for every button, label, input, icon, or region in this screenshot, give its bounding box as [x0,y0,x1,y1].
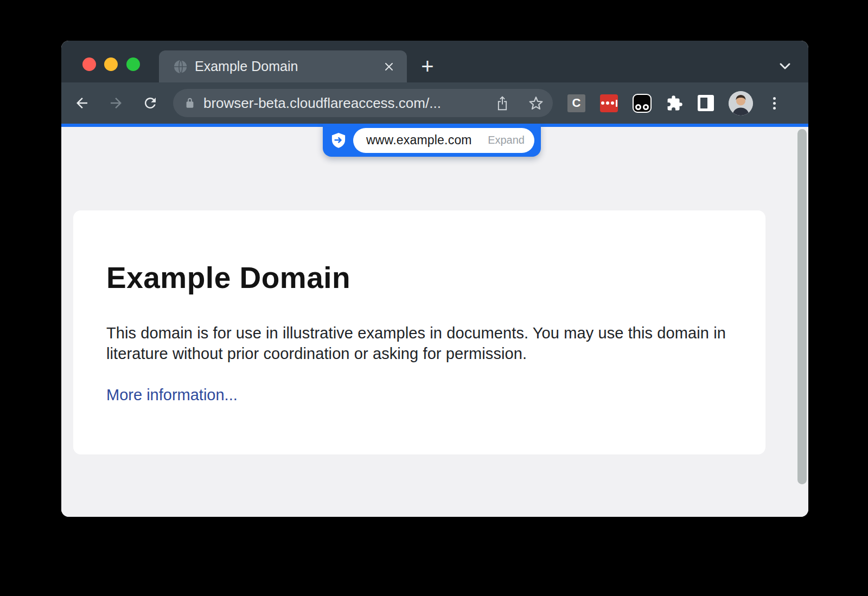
isolation-site-url: www.example.com [366,133,472,148]
black-circles-extension-icon[interactable] [633,94,652,113]
tab-close-icon[interactable] [382,60,396,74]
page-heading: Example Domain [106,260,732,296]
isolation-site-field[interactable]: www.example.com Expand [353,128,534,153]
new-tab-button[interactable]: + [415,53,440,80]
chevron-down-icon[interactable] [777,61,793,72]
browser-menu-icon[interactable] [769,94,780,112]
tab-example-domain[interactable]: Example Domain [159,50,407,82]
example-domain-card: Example Domain This domain is for use in… [73,210,765,454]
lock-icon[interactable] [184,97,196,110]
url-text: browser-beta.cloudflareaccess.com/... [203,95,494,112]
extensions-row: C [567,91,780,116]
isolation-url-pill: www.example.com Expand [323,124,541,157]
bookmark-star-icon[interactable] [528,95,544,111]
lastpass-extension-icon[interactable] [600,94,618,112]
zoom-window-button[interactable] [126,57,140,71]
shield-arrow-icon [331,132,346,149]
side-panel-icon[interactable] [698,95,714,111]
scrollbar-thumb[interactable] [797,129,807,484]
navigation-toolbar: browser-beta.cloudflareaccess.com/... C [61,82,808,124]
share-icon[interactable] [494,94,510,112]
more-information-link[interactable]: More information... [106,386,238,404]
globe-favicon-icon [174,60,188,74]
back-button[interactable] [73,94,91,112]
address-bar[interactable]: browser-beta.cloudflareaccess.com/... [173,89,553,117]
reload-button[interactable] [142,94,159,112]
expand-button[interactable]: Expand [488,134,525,146]
profile-avatar[interactable] [729,91,753,116]
extensions-puzzle-icon[interactable] [666,95,683,112]
page-viewport: www.example.com Expand Example Domain Th… [61,127,808,517]
tab-strip: Example Domain + [61,41,808,82]
c-extension-icon[interactable]: C [567,94,585,112]
close-window-button[interactable] [82,57,96,71]
browser-window: Example Domain + [61,41,808,517]
page-paragraph: This domain is for use in illustrative e… [106,323,732,364]
tab-title: Example Domain [195,59,382,74]
minimize-window-button[interactable] [104,57,118,71]
forward-button[interactable] [107,94,125,112]
